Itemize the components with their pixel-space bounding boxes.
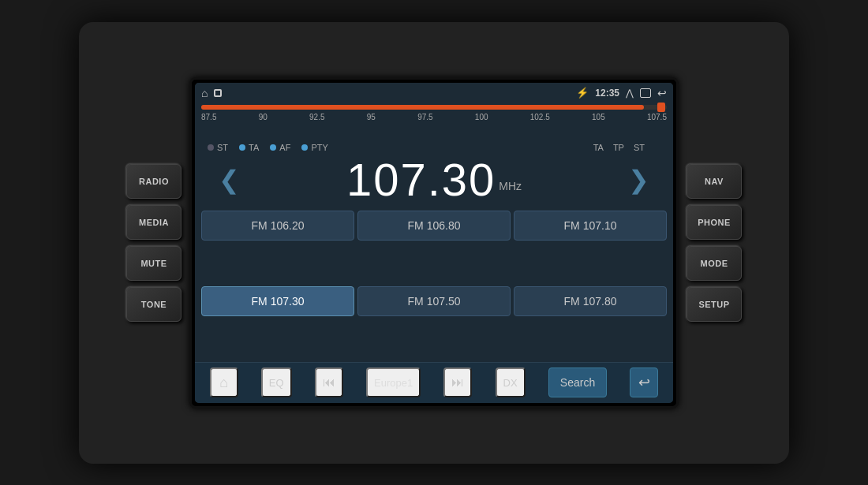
pty-dot — [301, 144, 308, 151]
ta-label: TA — [249, 143, 259, 152]
scale-label-8: 107.5 — [647, 113, 667, 121]
mode-st: ST — [208, 143, 228, 152]
ta-dot — [239, 144, 245, 151]
menu-square-icon — [214, 89, 222, 97]
screen: ⌂ ⚡ 12:35 ⋀ ↩ 87.5 9 — [195, 83, 673, 403]
af-dot — [270, 144, 276, 151]
freq-unit: MHz — [499, 180, 522, 192]
mode-ta: TA — [239, 143, 259, 152]
mode-indicators-right: TA TP ST — [593, 143, 660, 152]
freq-marker — [657, 103, 665, 112]
home-icon[interactable]: ⌂ — [201, 87, 208, 99]
prev-freq-button[interactable]: ❮ — [211, 165, 248, 195]
search-button[interactable]: Search — [548, 367, 607, 397]
mode-indicators-left: ST TA AF PTY — [208, 143, 328, 152]
st-right: ST — [634, 143, 645, 152]
mode-button[interactable]: MODE — [687, 246, 742, 281]
phone-button[interactable]: PHONE — [687, 205, 742, 240]
st-label: ST — [217, 143, 228, 152]
home-button[interactable]: ⌂ — [210, 367, 238, 397]
preset-0[interactable]: FM 106.20 — [201, 211, 354, 241]
frequency-value: 107.30 — [346, 154, 496, 205]
preset-1[interactable]: FM 106.80 — [357, 211, 511, 241]
st-dot — [208, 144, 214, 151]
freq-progress-fill — [201, 105, 644, 110]
scale-label-0: 87.5 — [201, 113, 216, 121]
radio-info: ❮ 107.30MHz ❯ — [195, 152, 673, 207]
car-unit: RADIO MEDIA MUTE TONE ⌂ ⚡ 12:35 ⋀ ↩ — [79, 22, 789, 464]
bluetooth-icon: ⚡ — [576, 87, 589, 99]
right-buttons: NAV PHONE MODE SETUP — [687, 164, 742, 322]
screen-frame: ⌂ ⚡ 12:35 ⋀ ↩ 87.5 9 — [189, 77, 679, 409]
tp-right: TP — [613, 143, 624, 152]
eq-button[interactable]: EQ — [261, 367, 292, 397]
back-arrow-icon[interactable]: ↩ — [657, 87, 667, 99]
left-buttons: RADIO MEDIA MUTE TONE — [126, 164, 181, 322]
status-right: ⚡ 12:35 ⋀ ↩ — [576, 87, 667, 99]
mode-af: AF — [270, 143, 290, 152]
media-button[interactable]: MEDIA — [126, 205, 181, 240]
time-display: 12:35 — [595, 88, 619, 99]
window-icon[interactable] — [640, 88, 651, 98]
back-button[interactable]: ↩ — [630, 367, 658, 397]
status-bar: ⌂ ⚡ 12:35 ⋀ ↩ — [195, 83, 673, 103]
presets-grid: FM 106.20 FM 106.80 FM 107.10 FM 107.30 … — [195, 207, 673, 362]
freq-display: 107.30MHz — [248, 157, 620, 203]
mode-pty: PTY — [301, 143, 327, 152]
ta-right: TA — [593, 143, 604, 152]
nav-button[interactable]: NAV — [687, 164, 742, 199]
preset-3[interactable]: FM 107.30 — [201, 286, 354, 316]
station-label[interactable]: Europe1 — [366, 367, 421, 397]
preset-5[interactable]: FM 107.80 — [514, 286, 667, 316]
pty-label: PTY — [311, 143, 327, 152]
scale-label-6: 102.5 — [530, 113, 550, 121]
prev-track-button[interactable]: ⏮ — [315, 367, 343, 397]
freq-progress-track[interactable] — [201, 105, 667, 110]
freq-scale-labels: 87.5 90 92.5 95 97.5 100 102.5 105 107.5 — [201, 113, 667, 121]
scale-label-2: 92.5 — [309, 113, 324, 121]
next-track-button[interactable]: ⏭ — [443, 367, 472, 397]
radio-button[interactable]: RADIO — [126, 164, 181, 199]
scale-label-1: 90 — [259, 113, 268, 121]
status-left: ⌂ — [201, 87, 222, 99]
preset-4[interactable]: FM 107.50 — [357, 286, 511, 316]
af-label: AF — [279, 143, 290, 152]
expand-icon: ⋀ — [626, 88, 634, 99]
setup-button[interactable]: SETUP — [687, 287, 742, 322]
freq-bar-container: 87.5 90 92.5 95 97.5 100 102.5 105 107.5 — [195, 103, 673, 141]
dx-button[interactable]: DX — [496, 367, 526, 397]
next-freq-button[interactable]: ❯ — [620, 165, 657, 195]
scale-label-5: 100 — [475, 113, 488, 121]
scale-label-7: 105 — [592, 113, 605, 121]
scale-label-3: 95 — [367, 113, 376, 121]
mute-button[interactable]: MUTE — [126, 246, 181, 281]
scale-label-4: 97.5 — [417, 113, 432, 121]
preset-2[interactable]: FM 107.10 — [514, 211, 667, 241]
bottom-toolbar: ⌂ EQ ⏮ Europe1 ⏭ DX Search ↩ — [195, 362, 673, 403]
tone-button[interactable]: TONE — [126, 287, 181, 322]
